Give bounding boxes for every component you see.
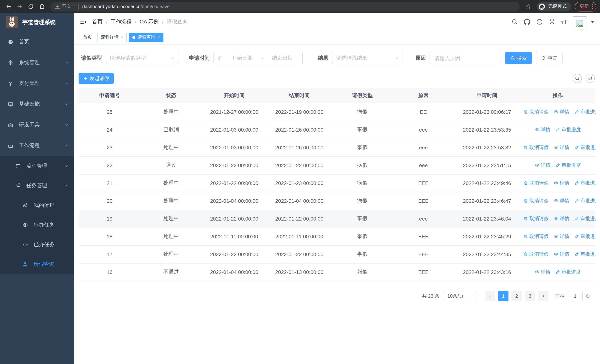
approval-progress-link[interactable]: 审批进度 [555,162,581,169]
user-avatar[interactable] [573,16,587,30]
detail-link[interactable]: 详情 [535,126,550,133]
table-row: 18 处理中 2022-01-11 00:00:00 2022-01-11 00… [79,228,596,245]
sidebar-item-infra[interactable]: 基础设施 [0,94,74,114]
approval-progress-link[interactable]: 审批进度 [574,233,596,240]
col-apply-id: 申请编号 [79,88,141,103]
tab-home[interactable]: 首页 [80,32,95,42]
detail-link[interactable]: 详情 [554,180,569,187]
tab-leave-query[interactable]: 请假查询 × [129,32,163,42]
cancel-leave-link[interactable]: 取消请假 [524,180,549,187]
leave-type-select[interactable]: 请选择请假类型 [106,52,179,64]
cancel-leave-link[interactable]: 取消请假 [524,197,549,204]
table-row: 19 处理中 2022-01-22 00:00:00 2022-01-22 00… [79,210,596,228]
breadcrumb: 首页 / 工作流程 / OA 示例 / 请假查询 [92,18,188,25]
bookmark-star-icon[interactable] [523,2,533,11]
address-bar[interactable]: 不安全 dashboard.yudao.iocoder.cn/bpm/oa/le… [50,2,520,11]
sidebar-item-process-mgmt[interactable]: 流程管理 [0,156,74,176]
reason-input[interactable] [430,52,501,64]
approval-progress-link[interactable]: 审批进度 [574,180,596,187]
page-button-3[interactable]: 3 [525,291,535,301]
breadcrumb-oa-example[interactable]: OA 示例 [140,18,159,25]
cell-apply-time: 2022-01-22 23:46:04 [454,210,520,228]
sidebar-item-devtools[interactable]: 研发工具 [0,114,74,135]
page-button-2[interactable]: 2 [511,291,522,301]
approval-progress-link[interactable]: 审批进度 [574,251,596,258]
fullscreen-icon[interactable] [549,19,555,25]
approval-progress-link[interactable]: 审批进度 [574,144,596,151]
dashboard-icon [7,39,13,45]
page-size-select[interactable]: 10条/页 [444,291,477,301]
browser-home-icon[interactable] [37,2,47,11]
help-icon[interactable]: ? [536,18,543,25]
detail-link[interactable]: 详情 [535,269,550,275]
approval-progress-link[interactable]: 审批进度 [574,215,596,222]
cell-leave-type: 病假 [332,192,393,210]
sidebar-item-leave-query[interactable]: 请假查询 [0,254,74,274]
cancel-leave-link[interactable]: 取消请假 [524,215,549,222]
reset-button[interactable]: 重置 [536,52,562,64]
approval-progress-link[interactable]: 审批进度 [555,126,581,133]
avatar-caret-icon[interactable] [591,20,594,23]
page-button-1[interactable]: 1 [498,291,508,301]
sidebar-item-home[interactable]: 首页 [0,31,74,52]
update-button[interactable]: 更新 [575,2,596,11]
search-icon[interactable] [511,19,518,25]
detail-link[interactable]: 详情 [535,162,550,169]
approval-progress-link[interactable]: 审批进度 [555,269,581,275]
sidebar-item-done-tasks[interactable]: 已办任务 [0,235,74,254]
sidebar-item-payment[interactable]: ¥ 支付管理 [0,73,74,94]
goto-page: 前往 页 [555,291,590,301]
cell-apply-time: 2022-01-22 23:43:16 [454,263,520,281]
cancel-leave-link[interactable]: 取消请假 [524,233,549,240]
browser-menu-icon[interactable] [592,4,593,9]
detail-link[interactable]: 详情 [554,144,569,151]
prev-page-button[interactable] [485,291,495,301]
cell-end-time: 2022-01-19 00:00:00 [267,103,332,121]
result-select[interactable]: 请选择流结果 [332,52,403,64]
browser-back-icon[interactable] [4,2,13,11]
font-size-icon[interactable]: TT [561,19,567,25]
cancel-leave-link[interactable]: 取消请假 [524,109,549,115]
cell-apply-id: 25 [79,103,141,121]
search-button[interactable]: 搜索 [505,52,532,64]
detail-link[interactable]: 详情 [554,197,569,204]
cancel-leave-link[interactable]: 取消请假 [524,144,549,151]
sidebar-item-todo-tasks[interactable]: 待办任务 [0,215,74,235]
cell-actions: 取消请假 详情 审批进度 [520,210,596,228]
browser-forward-icon[interactable] [15,2,24,11]
approval-progress-link[interactable]: 审批进度 [574,109,596,115]
approval-progress-link[interactable]: 审批进度 [574,197,596,204]
browser-reload-icon[interactable] [26,2,36,11]
next-page-button[interactable] [538,291,548,301]
breadcrumb-workflow[interactable]: 工作流程 [111,18,131,25]
detail-link[interactable]: 详情 [554,233,569,240]
tab-process-detail[interactable]: 流程详情 × [97,32,127,42]
close-icon[interactable]: × [158,35,160,40]
search-toggle-icon[interactable] [572,74,582,83]
detail-link[interactable]: 详情 [554,251,569,258]
create-leave-button[interactable]: 发起请假 [79,73,114,84]
sidebar: 芋道管理系统 首页 系统管理 ¥ 支付管理 [0,13,74,364]
cell-apply-time: 2022-01-22 23:44:35 [454,245,520,263]
refresh-icon[interactable] [586,74,595,83]
sidebar-collapse-icon[interactable] [80,18,86,25]
github-icon[interactable] [524,18,530,25]
cell-start-time: 2022-01-04 00:00:00 [202,192,267,210]
sidebar-item-task-mgmt[interactable]: 任务管理 [0,176,74,195]
detail-link[interactable]: 详情 [554,215,569,222]
goto-page-input[interactable] [568,291,582,301]
cell-leave-type: 婚假 [332,263,393,281]
breadcrumb-home[interactable]: 首页 [92,18,103,25]
cell-leave-type: 病假 [332,174,393,192]
cancel-leave-link[interactable]: 取消请假 [524,251,549,258]
close-icon[interactable]: × [121,35,123,40]
apply-time-range-picker[interactable]: 开始日期 - 结束日期 [214,52,303,64]
calendar-icon [217,56,223,61]
sidebar-item-my-process[interactable]: 我的流程 [0,195,74,215]
apply-time-label: 申请时间 [189,55,210,61]
cell-end-time: 2022-01-11 00:00:00 [267,228,332,245]
sidebar-item-system[interactable]: 系统管理 [0,52,74,73]
detail-link[interactable]: 详情 [554,109,569,115]
sidebar-item-workflow[interactable]: 工作流程 [0,135,74,156]
cell-apply-id: 19 [79,210,141,228]
